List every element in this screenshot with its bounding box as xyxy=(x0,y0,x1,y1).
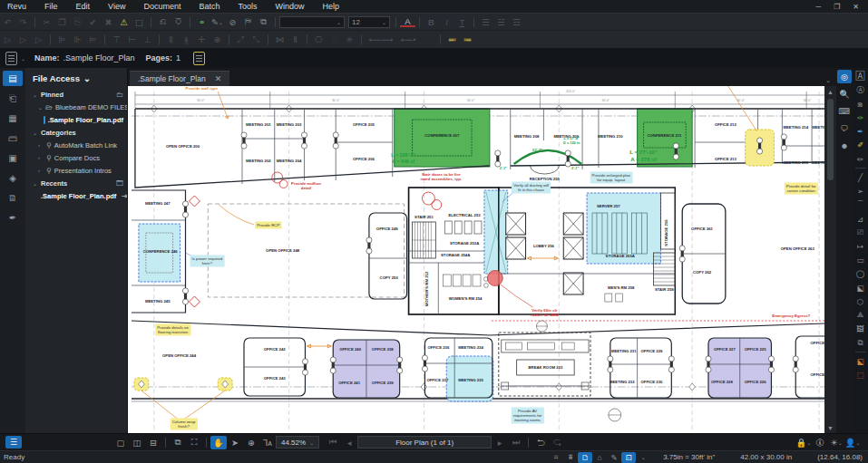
pinned-file-row[interactable]: .Sample Floor_Plan.pdf xyxy=(25,113,127,126)
pdf-canvas[interactable]: OPEN OFFICE 200MEETING 201MEETING 202MEE… xyxy=(128,86,836,433)
categories-section[interactable]: ⌄Categories xyxy=(25,126,127,139)
panel-chevron-icon[interactable]: ⌄ xyxy=(83,73,91,83)
align-objects-right-icon[interactable]: ⊨ xyxy=(85,34,101,46)
vertical-scrollbar[interactable]: ▲ ▼ xyxy=(824,86,836,433)
bookmarks-panel-icon[interactable]: ⎗ xyxy=(3,91,23,106)
cloud-tool-icon[interactable]: ⟁ xyxy=(853,309,867,321)
align-objects-left-icon[interactable]: ⊫ xyxy=(54,34,70,46)
distribute-h-icon[interactable]: ⫴ xyxy=(163,34,179,46)
play-tool-icon[interactable]: ▷ xyxy=(0,34,15,46)
menu-batch[interactable]: Batch xyxy=(190,2,229,11)
folder-row[interactable]: ⌄🗁 Bluebeam DEMO FILES xyxy=(25,101,127,113)
select-text-icon[interactable]: Ꞁᴀ xyxy=(259,436,276,449)
signatures-panel-icon[interactable]: ✒ xyxy=(3,210,23,226)
align-center-icon[interactable]: ☱ xyxy=(493,15,509,28)
grid-icon[interactable]: ⌗ xyxy=(549,452,563,463)
category-row[interactable]: ›⚲ Compare Docs xyxy=(25,151,127,164)
document-properties-icon[interactable]: 🛈 xyxy=(812,436,828,449)
measure-tool-icon[interactable]: ✐ xyxy=(853,140,867,151)
font-family-select[interactable]: ⌄ xyxy=(279,16,345,28)
hyperlink-icon[interactable]: ⚭ xyxy=(194,15,210,28)
snapshot-tool-icon[interactable]: ⧉ xyxy=(853,337,867,349)
font-size-select[interactable]: 12⌄ xyxy=(348,16,390,28)
lock-icon[interactable]: 🔒⌄ xyxy=(795,436,812,449)
crop-icon[interactable]: ⬚ xyxy=(132,15,147,28)
paste-icon[interactable]: ⎘ xyxy=(70,15,85,28)
menu-edit[interactable]: Edit xyxy=(67,2,100,11)
text-box-tool-icon[interactable]: 🄰 xyxy=(853,71,867,82)
document-icon[interactable] xyxy=(5,52,17,65)
split-horizontal-icon[interactable]: ⊟ xyxy=(145,436,161,449)
last-page-icon[interactable]: ⏭ xyxy=(508,436,524,449)
rectangle-sketch-tool-icon[interactable]: ⬚ xyxy=(853,369,867,381)
apply-icon[interactable]: ✔ xyxy=(85,15,101,28)
eraser-tool-icon[interactable]: ✏ xyxy=(853,153,867,165)
menu-document[interactable]: Document xyxy=(134,2,190,11)
sketch-tool-icon[interactable]: ⎚ xyxy=(853,227,867,238)
sync-views-icon[interactable]: ⧉ xyxy=(170,436,186,449)
minimize-button[interactable]: ─ xyxy=(815,3,821,11)
italic-icon[interactable]: I xyxy=(439,15,454,28)
profile-icon[interactable]: 👤⌄ xyxy=(844,436,861,449)
rotate-left-icon[interactable]: ⎌ xyxy=(155,15,171,28)
previous-page-icon[interactable]: ◂ xyxy=(341,436,357,449)
copy-icon[interactable]: ❐ xyxy=(54,15,70,28)
rotate-right-icon[interactable]: ⎏ xyxy=(171,15,186,28)
properties-tab-icon[interactable]: ◎ xyxy=(837,70,852,83)
size-match-icon[interactable]: ⤢ xyxy=(233,34,249,46)
scale-indicator[interactable]: 3.75in = 30ft' in" xyxy=(650,453,727,461)
next-view-icon[interactable]: ⮎ xyxy=(549,436,565,449)
zoom-level-field[interactable]: 44.52%⌄ xyxy=(276,436,319,449)
ellipse-tool-icon[interactable]: ◯ xyxy=(853,268,867,280)
select-tool-icon[interactable]: ➤ xyxy=(227,436,243,449)
line-tool-icon[interactable]: ╱ xyxy=(853,172,867,184)
attachment-icon[interactable]: ⊘ xyxy=(225,15,240,28)
flag-icon[interactable]: ⚠ xyxy=(116,15,132,28)
center-page-icon[interactable]: ✛ xyxy=(194,34,210,46)
scroll-up-icon[interactable]: ▲ xyxy=(827,86,834,97)
new-page-icon[interactable] xyxy=(193,52,205,65)
reuse-markup-icon[interactable]: ✎ xyxy=(607,452,621,463)
distribute-v-icon[interactable]: ⫵ xyxy=(179,34,194,46)
align-objects-center-icon[interactable]: ⊪ xyxy=(70,34,85,46)
snap-to-content-icon[interactable]: 🗋 xyxy=(578,452,592,463)
short-arrow-icon[interactable]: ⟵• xyxy=(396,34,420,46)
tab-close-icon[interactable]: ✕ xyxy=(215,74,222,83)
floor-plan-drawing[interactable]: OPEN OFFICE 200MEETING 201MEETING 202MEE… xyxy=(128,86,824,433)
stamp-icon[interactable]: ⛿ xyxy=(240,15,256,28)
play-tool2-icon[interactable]: ▷ xyxy=(15,34,31,46)
snap-to-markup-icon[interactable]: ⌂ xyxy=(592,452,607,463)
snap-to-grid-icon[interactable]: ⩩ xyxy=(563,452,578,463)
menu-file[interactable]: File xyxy=(35,2,67,11)
pinned-section[interactable]: ⌄Pinned 🗀 xyxy=(25,88,127,101)
align-top-icon[interactable]: ⊤ xyxy=(109,34,124,46)
flip-v-icon[interactable]: Ⅱ xyxy=(288,34,303,46)
menu-tools[interactable]: Tools xyxy=(229,2,266,11)
brightness-icon[interactable]: ☀⌄ xyxy=(828,436,844,449)
thumbnails-panel-icon[interactable]: ▦ xyxy=(3,111,23,126)
bold-icon[interactable]: B xyxy=(424,15,439,28)
add-folder-icon[interactable]: 🗀 xyxy=(116,91,123,99)
ungroup-icon[interactable]: ◌ xyxy=(327,34,342,46)
recents-settings-icon[interactable]: 🗔 xyxy=(116,179,123,188)
align-bottom-icon[interactable]: ⊥ xyxy=(140,34,155,46)
full-screen-icon[interactable]: ⛶ xyxy=(186,436,202,449)
status-chevron-icon[interactable]: ⌄ xyxy=(636,452,650,463)
delete-icon[interactable]: ✖ xyxy=(101,15,116,28)
redo-icon[interactable]: ↷ xyxy=(15,15,31,28)
align-left-icon[interactable]: ☰ xyxy=(478,15,493,28)
support-icon[interactable]: ☻ xyxy=(837,139,852,152)
menu-window[interactable]: Window xyxy=(266,2,313,11)
cut-icon[interactable]: ✂ xyxy=(39,15,54,28)
previous-view-icon[interactable]: ⮌ xyxy=(532,436,549,449)
category-row[interactable]: ›⚲ Presentation Intros xyxy=(25,164,127,177)
file-access-panel-icon[interactable]: ▤ xyxy=(3,71,23,86)
keyboard-icon[interactable]: ⌨ xyxy=(837,104,852,118)
page-indicator-field[interactable]: Floor Plan (1 of 1) xyxy=(357,436,492,449)
restore-button[interactable]: ❐ xyxy=(834,3,840,11)
markups-panel-icon[interactable]: 🗎 xyxy=(3,190,23,206)
first-page-icon[interactable]: ⏮ xyxy=(325,436,341,449)
sign-icon[interactable]: ✎⌄ xyxy=(210,15,225,28)
search-icon[interactable]: 🔍 xyxy=(837,87,852,101)
pan-tool-icon[interactable]: ✋ xyxy=(210,436,227,449)
